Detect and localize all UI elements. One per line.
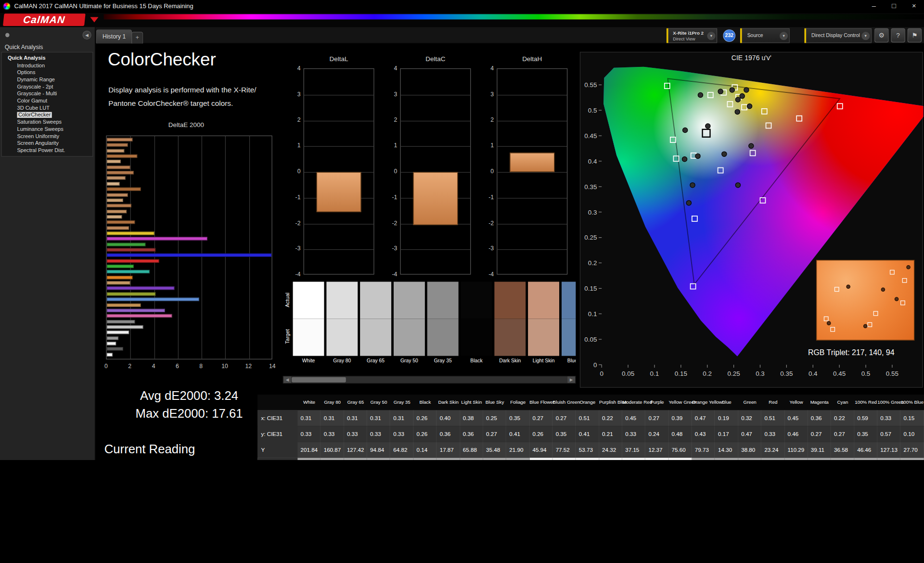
- results-table: WhiteGray 80Gray 65Gray 50Gray 35BlackDa…: [257, 395, 924, 460]
- patch-strip: Actual Target WhiteGray 80Gray 65Gray 50…: [283, 282, 576, 370]
- deltaE-bar: [107, 331, 129, 334]
- deltaE-bar: [107, 138, 133, 141]
- patch-white: White: [293, 282, 324, 370]
- svg-text:0.1: 0.1: [588, 310, 597, 318]
- sidebar-item-introduction[interactable]: Introduction: [2, 62, 93, 69]
- sidebar-tree-items: IntroductionOptionsDynamic RangeGrayscal…: [2, 62, 93, 154]
- svg-text:0.5: 0.5: [588, 107, 597, 114]
- scroll-right-icon[interactable]: ▶: [567, 376, 575, 383]
- tab-history-1[interactable]: History 1: [96, 29, 132, 43]
- sidebar-item-colorchecker[interactable]: ColorChecker: [2, 111, 93, 118]
- patch-dark-skin: Dark Skin: [494, 282, 526, 370]
- delta-charts: DeltaL 43210-1-2-3-4 DeltaC 43210-1-2-3-…: [287, 55, 568, 279]
- deltaL-plot: [304, 68, 374, 275]
- deltaE-bar: [107, 143, 128, 147]
- column-orange-yellow: Orange Yellow: [692, 395, 715, 410]
- deltal-bar: [317, 172, 361, 212]
- sidebar-item-3d-cube-lut[interactable]: 3D Cube LUT: [2, 104, 93, 112]
- sidebar-item-color-gamut[interactable]: Color Gamut: [2, 97, 93, 104]
- strip-scrollbar[interactable]: ◀ ▶: [283, 376, 576, 384]
- column-dark-skin: Dark Skin: [437, 395, 460, 410]
- settings-button[interactable]: ⚙: [874, 28, 888, 42]
- column-light-skin: Light Skin: [460, 395, 483, 410]
- source-label: Source: [747, 32, 763, 38]
- close-button[interactable]: ×: [904, 0, 924, 13]
- page-description-line1: Display analysis is performed with the X…: [108, 84, 256, 97]
- column-purplish-blue: Purplish Blue: [599, 395, 622, 410]
- display-control-label: Direct Display Control: [811, 32, 860, 38]
- deltaE-bar: [107, 198, 124, 202]
- pin-button[interactable]: ⚑: [908, 28, 922, 42]
- calman-logo[interactable]: CalMAN: [3, 13, 86, 26]
- deltaE-bar: [107, 193, 128, 196]
- deltaE-bar: [107, 154, 138, 158]
- chevron-down-icon[interactable]: ▼: [861, 32, 870, 40]
- titlebar: CalMAN 2017 CalMAN Ultimate for Business…: [0, 0, 924, 13]
- cie-zoom-inset: [816, 260, 914, 341]
- deltaE-bar: [107, 237, 208, 241]
- scroll-left-icon[interactable]: ◀: [283, 376, 291, 383]
- svg-text:0.3: 0.3: [756, 370, 765, 377]
- svg-text:0: 0: [593, 361, 597, 369]
- strip-row-label-target: Target: [284, 319, 290, 354]
- page-description: Display analysis is performed with the X…: [108, 84, 256, 111]
- meter-dropdown[interactable]: X-Rite i1Pro 2 Direct View ▼: [667, 28, 717, 43]
- workflow-dot-icon: [5, 33, 10, 38]
- svg-text:0.15: 0.15: [675, 370, 687, 377]
- column-moderate-red: Moderate Red: [622, 395, 645, 410]
- deltaE-bar: [107, 303, 141, 307]
- sidebar-item-dynamic-range[interactable]: Dynamic Range: [2, 76, 93, 83]
- svg-text:0.4: 0.4: [588, 158, 597, 165]
- strip-scroll-thumb[interactable]: [292, 377, 346, 383]
- deltaE-bar: [107, 160, 121, 163]
- deltaE-bar: [107, 259, 159, 262]
- logo-dropdown-arrow-icon[interactable]: [90, 17, 98, 23]
- svg-text:0.35: 0.35: [584, 183, 597, 191]
- column-yellow-green: Yellow Green: [668, 395, 692, 410]
- column-bluish-green: Bluish Green: [553, 395, 576, 410]
- deltaE-bar: [107, 254, 272, 257]
- sidebar-item-luminance-sweeps[interactable]: Luminance Sweeps: [2, 126, 93, 133]
- table-row-y-cie31: y: CIE310.330.330.330.330.330.260.360.36…: [257, 426, 924, 442]
- deltaE-bar: [107, 248, 155, 252]
- deltaC-title: DeltaC: [400, 55, 471, 63]
- patch-gray-50: Gray 50: [394, 282, 425, 370]
- svg-text:0.45: 0.45: [833, 370, 846, 377]
- chevron-down-icon[interactable]: ▼: [780, 32, 788, 40]
- minimize-button[interactable]: –: [864, 0, 884, 13]
- column-blue-flower: Blue Flower: [529, 395, 552, 410]
- maximize-button[interactable]: □: [884, 0, 904, 13]
- sidebar-item-screen-angularity[interactable]: Screen Angularity: [2, 140, 93, 147]
- rainbow-strip: [104, 14, 924, 19]
- source-dropdown[interactable]: Source ▼: [741, 28, 789, 43]
- sidebar-item-spectral-power-dist[interactable]: Spectral Power Dist.: [2, 147, 93, 154]
- column-yellow: Yellow: [784, 395, 808, 410]
- patch-gray-80: Gray 80: [326, 282, 358, 370]
- help-button[interactable]: ?: [891, 28, 905, 42]
- deltaE-bar: [107, 265, 134, 268]
- table-row-y: Y201.84160.87127.4294.8464.820.1417.8765…: [257, 442, 924, 458]
- sidebar-root-node[interactable]: Quick Analysis: [2, 54, 93, 62]
- deltaE-bar: [107, 243, 146, 246]
- sidebar-item-options[interactable]: Options: [2, 69, 93, 76]
- deltac-bar: [413, 172, 458, 225]
- max-de2000: Max dE2000: 17.61: [103, 407, 275, 421]
- gear-icon: ⚙: [879, 32, 885, 39]
- column-100-red: 100% Red: [854, 395, 877, 410]
- column-blue-sky: Blue Sky: [483, 395, 506, 410]
- sidebar-item-grayscale-2pt[interactable]: Grayscale - 2pt: [2, 83, 93, 90]
- svg-text:0.2: 0.2: [703, 370, 712, 377]
- sidebar-item-grayscale-multi[interactable]: Grayscale - Multi: [2, 90, 93, 97]
- svg-text:0.55: 0.55: [886, 370, 898, 377]
- deltaE-bar: [107, 342, 116, 345]
- sidebar-collapse-button[interactable]: ◀: [82, 31, 91, 39]
- display-control-dropdown[interactable]: Direct Display Control ▼: [806, 28, 872, 43]
- deltaE-bar: [107, 347, 124, 351]
- deltah-bar: [510, 153, 554, 172]
- tab-add-button[interactable]: +: [131, 32, 143, 43]
- deltaE-bar: [107, 325, 143, 329]
- chevron-down-icon[interactable]: ▼: [707, 32, 715, 40]
- column-foliage: Foliage: [506, 395, 529, 410]
- sidebar-item-saturation-sweeps[interactable]: Saturation Sweeps: [2, 118, 93, 126]
- sidebar-item-screen-uniformity[interactable]: Screen Uniformity: [2, 133, 93, 140]
